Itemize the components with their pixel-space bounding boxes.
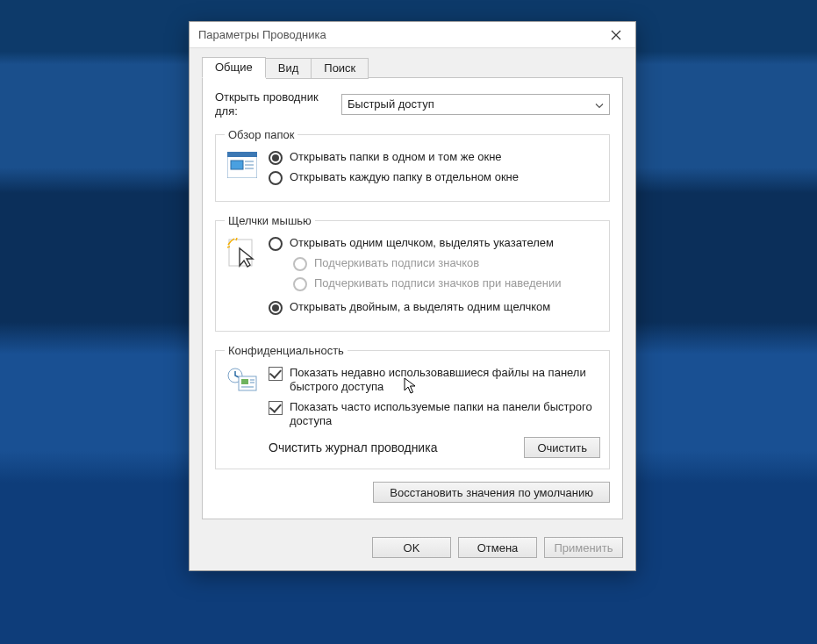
restore-defaults-button[interactable]: Восстановить значения по умолчанию [373, 482, 610, 503]
click-items-legend: Щелчки мышью [225, 214, 315, 227]
svg-rect-5 [245, 168, 254, 169]
window-title: Параметры Проводника [198, 28, 326, 41]
folder-options-dialog: Параметры Проводника Общие Вид Поиск Отк… [189, 21, 636, 571]
tabstrip: Общие Вид Поиск [202, 57, 623, 78]
radio-double-click[interactable]: Открывать двойным, а выделять одним щелч… [269, 300, 600, 315]
open-for-select[interactable]: Быстрый доступ [341, 94, 610, 115]
check-frequent-folders[interactable]: Показать часто используемые папки на пан… [269, 400, 600, 429]
svg-rect-1 [227, 152, 257, 157]
browse-folders-group: Обзор папок [215, 128, 610, 202]
click-items-group: Щелчки мышью Открывать одним щелчком, вы… [215, 214, 610, 332]
recent-icon [226, 368, 258, 394]
ok-button[interactable]: OK [372, 537, 451, 558]
tabpanel-general: Открыть проводник для: Быстрый доступ Об… [202, 77, 623, 519]
tab-search[interactable]: Поиск [312, 58, 369, 79]
privacy-legend: Конфиденциальность [225, 344, 348, 357]
dialog-footer: OK Отмена Применить [190, 528, 635, 570]
radio-underline-always: Подчеркивать подписи значков [293, 256, 600, 271]
svg-rect-12 [241, 386, 254, 388]
radio-separate-window[interactable]: Открывать каждую папку в отдельном окне [269, 170, 600, 185]
open-explorer-for: Открыть проводник для: Быстрый доступ [215, 90, 610, 118]
svg-rect-2 [231, 161, 243, 169]
svg-rect-3 [245, 161, 254, 162]
tab-view[interactable]: Вид [266, 58, 312, 79]
apply-button: Применить [544, 537, 623, 558]
close-button[interactable] [597, 22, 635, 48]
svg-rect-4 [245, 164, 254, 166]
svg-rect-9 [241, 379, 248, 384]
radio-same-window[interactable]: Открывать папки в одном и том же окне [269, 150, 600, 165]
clear-button[interactable]: Очистить [524, 437, 600, 458]
window-icon [227, 152, 257, 178]
tab-general[interactable]: Общие [202, 57, 266, 78]
clear-history-label: Очистить журнал проводника [269, 440, 437, 454]
titlebar[interactable]: Параметры Проводника [190, 22, 635, 48]
check-recent-files[interactable]: Показать недавно использовавшиеся файлы … [269, 366, 600, 395]
radio-single-click[interactable]: Открывать одним щелчком, выделять указат… [269, 236, 600, 251]
chevron-down-icon [595, 97, 604, 111]
close-icon [611, 30, 621, 40]
privacy-group: Конфиденциальность [215, 344, 610, 469]
open-for-value: Быстрый доступ [348, 97, 434, 111]
radio-underline-hover: Подчеркивать подписи значков при наведен… [293, 276, 600, 291]
click-icon [227, 238, 257, 269]
open-for-label: Открыть проводник для: [215, 90, 329, 118]
svg-rect-10 [250, 379, 254, 381]
cancel-button[interactable]: Отмена [458, 537, 537, 558]
svg-rect-11 [250, 382, 254, 383]
browse-folders-legend: Обзор папок [225, 128, 297, 141]
